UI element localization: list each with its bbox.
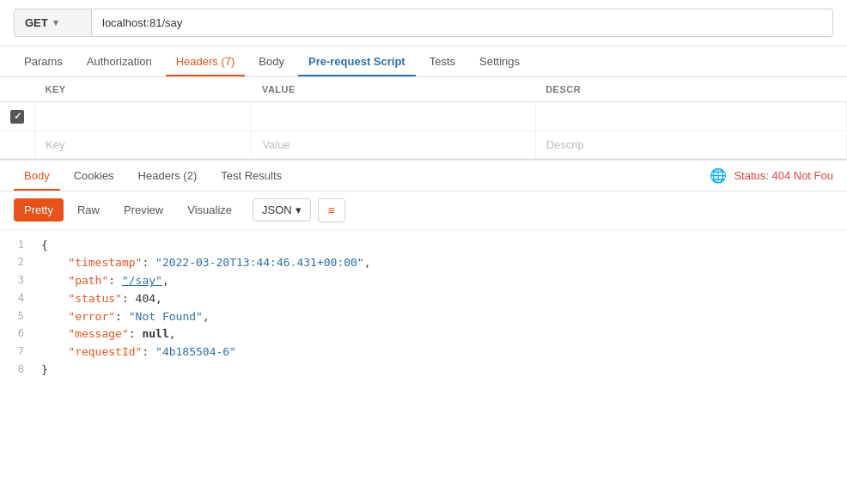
code-line-5: 5 "error": "Not Found",: [0, 308, 847, 326]
code-line-3: 3 "path": "/say",: [0, 272, 847, 290]
empty-row: Key Value Descrip: [0, 131, 847, 158]
method-chevron: ▾: [53, 17, 58, 28]
tab-headers[interactable]: Headers (7): [166, 46, 246, 76]
line-content-7: "requestId": "4b185504-6": [34, 343, 847, 361]
line-num-3: 3: [0, 272, 34, 290]
code-line-4: 4 "status": 404,: [0, 290, 847, 308]
value-placeholder: Value: [262, 138, 289, 151]
line-num-5: 5: [0, 308, 34, 326]
line-content-1: {: [34, 237, 847, 255]
url-input[interactable]: [91, 9, 833, 37]
json-type-selector[interactable]: JSON ▾: [253, 198, 311, 222]
checkbox-checked[interactable]: [10, 110, 24, 124]
method-selector[interactable]: GET ▾: [14, 9, 91, 37]
col-descr: DESCR: [535, 77, 846, 102]
code-line-6: 6 "message": null,: [0, 325, 847, 343]
tab-prerequest[interactable]: Pre-request Script: [298, 46, 416, 76]
method-label: GET: [25, 16, 48, 29]
globe-icon: 🌐: [710, 167, 727, 184]
response-tab-body[interactable]: Body: [14, 161, 60, 191]
response-tab-testresults[interactable]: Test Results: [210, 161, 292, 191]
code-area: 1 { 2 "timestamp": "2022-03-20T13:44:46.…: [0, 230, 847, 386]
tab-body[interactable]: Body: [248, 46, 295, 76]
col-value: VALUE: [252, 77, 535, 102]
empty-checkbox: [0, 131, 35, 158]
line-content-4: "status": 404,: [34, 290, 847, 308]
value-cell[interactable]: [252, 102, 535, 131]
code-line-7: 7 "requestId": "4b185504-6": [0, 343, 847, 361]
code-line-8: 8 }: [0, 361, 847, 380]
tab-tests[interactable]: Tests: [419, 46, 466, 76]
description-placeholder: Descrip: [546, 138, 584, 151]
wrap-button[interactable]: ≡: [318, 198, 345, 222]
tab-authorization[interactable]: Authorization: [76, 46, 162, 76]
key-placeholder: Key: [46, 138, 64, 151]
line-content-6: "message": null,: [34, 325, 847, 343]
tab-params[interactable]: Params: [14, 46, 73, 76]
code-line-1: 1 {: [0, 237, 847, 255]
line-num-4: 4: [0, 290, 34, 308]
empty-description[interactable]: Descrip: [535, 131, 846, 158]
line-content-5: "error": "Not Found",: [34, 308, 847, 326]
response-tab-cookies[interactable]: Cookies: [64, 161, 125, 191]
status-badge: Status: 404 Not Fou: [734, 169, 833, 182]
tab-settings[interactable]: Settings: [469, 46, 530, 76]
status-badge-area: 🌐 Status: 404 Not Fou: [710, 167, 833, 184]
response-tabs: Body Cookies Headers (2) Test Results 🌐 …: [0, 161, 847, 191]
line-num-2: 2: [0, 254, 34, 272]
line-content-2: "timestamp": "2022-03-20T13:44:46.431+00…: [34, 254, 847, 272]
code-line-2: 2 "timestamp": "2022-03-20T13:44:46.431+…: [0, 254, 847, 272]
format-pretty[interactable]: Pretty: [14, 198, 64, 222]
col-key: KEY: [35, 77, 252, 102]
empty-key[interactable]: Key: [35, 131, 252, 158]
request-tabs: Params Authorization Headers (7) Body Pr…: [0, 46, 847, 77]
line-content-3: "path": "/say",: [34, 272, 847, 290]
description-cell[interactable]: [535, 102, 846, 131]
json-chevron: ▾: [296, 203, 302, 216]
col-check: [0, 77, 35, 102]
line-content-8: }: [34, 361, 847, 380]
line-num-1: 1: [0, 237, 34, 255]
url-bar: GET ▾: [0, 0, 847, 46]
key-cell[interactable]: [35, 102, 252, 131]
format-visualize[interactable]: Visualize: [177, 198, 242, 222]
line-num-7: 7: [0, 343, 34, 361]
format-preview[interactable]: Preview: [113, 198, 174, 222]
response-tab-headers[interactable]: Headers (2): [128, 161, 208, 191]
line-num-8: 8: [0, 361, 34, 380]
json-type-label: JSON: [262, 203, 292, 216]
empty-value[interactable]: Value: [252, 131, 535, 158]
checkbox-cell[interactable]: [0, 102, 35, 131]
wrap-icon: ≡: [328, 203, 335, 217]
table-row: [0, 102, 847, 131]
format-raw[interactable]: Raw: [67, 198, 110, 222]
line-num-6: 6: [0, 325, 34, 343]
headers-table-container: KEY VALUE DESCR Key Value: [0, 77, 847, 159]
response-toolbar: Pretty Raw Preview Visualize JSON ▾ ≡: [0, 191, 847, 230]
response-section: Body Cookies Headers (2) Test Results 🌐 …: [0, 159, 847, 386]
